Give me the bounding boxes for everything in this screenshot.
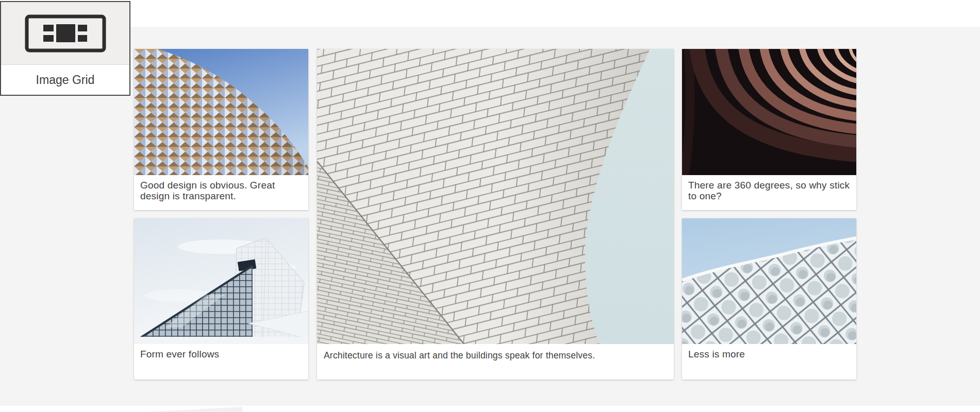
widget-icon-area [1, 2, 129, 65]
image-caption: Less is more [682, 344, 856, 380]
tiled-facade-photo [317, 49, 674, 344]
widget-tile-image-grid[interactable]: Image Grid [0, 1, 130, 96]
image-caption: Form ever follows [134, 344, 308, 380]
image-caption: Architecture is a visual art and the bui… [317, 344, 674, 380]
image-caption: Good design is obvious. Great design is … [134, 175, 308, 210]
image-card[interactable]: Architecture is a visual art and the bui… [317, 49, 674, 380]
image-card[interactable]: Less is more [682, 218, 856, 380]
widget-title: Image Grid [1, 65, 129, 95]
image-card[interactable]: Good design is obvious. Great design is … [134, 49, 308, 210]
image-caption: There are 360 degrees, so why stick to o… [682, 175, 856, 210]
curved-ribbons-photo [682, 49, 856, 175]
image-grid-icon [25, 14, 106, 53]
geodesic-dome-photo [134, 49, 308, 175]
perforated-dome-photo [682, 218, 856, 344]
next-section-edge [0, 406, 980, 412]
image-card[interactable]: Form ever follows [134, 218, 308, 380]
angular-building-photo [134, 218, 308, 344]
next-section-image-sliver [147, 407, 242, 412]
image-card[interactable]: There are 360 degrees, so why stick to o… [682, 49, 856, 210]
